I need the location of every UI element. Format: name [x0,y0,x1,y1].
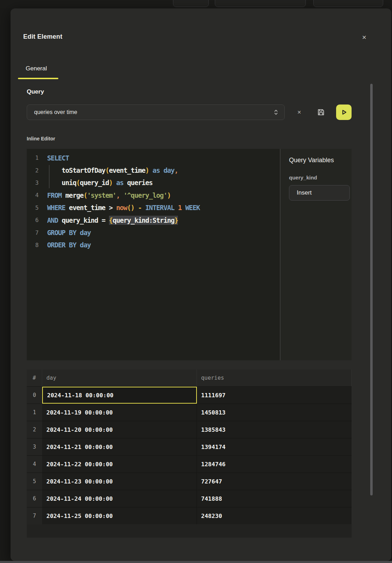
variable-name: query_kind [289,175,352,181]
line-number: 4 [27,192,39,198]
table-row: 22024-11-20 00:00:001385843 [27,421,352,438]
background-toolbar-item [313,0,383,7]
line-number: 3 [27,179,39,186]
code-line[interactable]: 5WHERE event_time > now() - INTERVAL 1 W… [27,202,280,214]
row-index: 3 [27,438,42,455]
cell-day[interactable]: 2024-11-19 00:00:00 [42,404,197,421]
code-text: uniq(query_id) as queries [47,179,153,186]
row-index: 0 [27,387,42,404]
inline-editor-label: Inline Editor [27,136,55,141]
code-line[interactable]: 2 toStartOfDay(event_time) as day, [27,164,280,176]
inline-editor: 1SELECT2 toStartOfDay(event_time) as day… [27,149,352,360]
screen: Edit Element ✕ General Query queries ove… [0,0,392,563]
code-text: GROUP BY day [47,229,91,236]
cell-day[interactable]: 2024-11-25 00:00:00 [42,507,197,524]
line-number: 6 [27,217,39,223]
row-index: 2 [27,421,42,438]
indent-guide [49,165,50,188]
code-text: WHERE event_time > now() - INTERVAL 1 WE… [47,204,200,211]
chevron-up-down-icon [272,109,279,116]
cell-queries[interactable]: 248230 [197,507,352,524]
cell-queries[interactable]: 1385843 [197,421,352,438]
close-button[interactable]: ✕ [359,33,369,43]
column-header-day: day [42,369,197,386]
query-select-value: queries over time [34,109,272,115]
background-toolbar-item [215,0,306,7]
query-select[interactable]: queries over time [27,105,285,120]
cell-queries[interactable]: 1284746 [197,456,352,473]
modal-scrollbar[interactable] [370,84,373,495]
row-index: 1 [27,404,42,421]
cell-queries[interactable]: 1450813 [197,404,352,421]
modal-title: Edit Element [23,33,62,40]
table-row: 42024-11-22 00:00:001284746 [27,455,352,473]
table-row: 62024-11-24 00:00:00741888 [27,490,352,507]
line-number: 2 [27,167,39,174]
background-toolbar [0,0,392,8]
code-line[interactable]: 1SELECT [27,152,280,164]
insert-variable-button[interactable]: Insert [289,185,350,201]
cell-queries[interactable]: 741888 [197,490,352,507]
cell-day[interactable]: 2024-11-22 00:00:00 [42,456,197,473]
cell-queries[interactable]: 1111697 [197,387,352,404]
save-icon [317,108,325,116]
table-row: 02024-11-18 00:00:001111697 [27,386,352,404]
line-number: 5 [27,204,39,211]
query-variables-title: Query Variables [289,157,352,164]
edit-element-modal: Edit Element ✕ General Query queries ove… [11,8,391,561]
query-heading: Query [27,88,44,95]
cell-queries[interactable]: 727647 [197,473,352,490]
table-body: 02024-11-18 00:00:00111169712024-11-19 0… [27,386,352,524]
column-header-queries: queries [197,369,352,386]
row-index: 5 [27,473,42,490]
save-button[interactable] [316,107,326,118]
tab-active-underline [18,78,58,79]
row-index: 7 [27,507,42,524]
code-text: FROM merge('system', '^query_log') [47,191,171,199]
code-line[interactable]: 6AND query_kind = {query_kind:String} [27,214,280,226]
column-header-index: # [27,369,42,386]
cell-day[interactable]: 2024-11-23 00:00:00 [42,473,197,490]
table-footer [27,524,352,538]
table-row: 72024-11-25 00:00:00248230 [27,507,352,524]
results-table: # day queries 02024-11-18 00:00:00111169… [27,369,352,538]
line-number: 8 [27,242,39,248]
table-row: 52024-11-23 00:00:00727647 [27,473,352,490]
code-line[interactable]: 4FROM merge('system', '^query_log') [27,189,280,201]
code-line[interactable]: 7GROUP BY day [27,226,280,239]
bottom-bar [0,561,392,563]
query-variables-panel: Query Variables query_kind Insert [280,149,352,360]
close-icon: ✕ [362,34,366,40]
selected-cell[interactable]: 2024-11-18 00:00:00 [42,387,197,404]
code-text: ORDER BY day [47,241,91,249]
line-number: 1 [27,154,39,161]
code-text: SELECT [47,154,69,162]
run-query-button[interactable] [336,105,352,120]
code-line[interactable]: 8ORDER BY day [27,239,280,251]
code-editor[interactable]: 1SELECT2 toStartOfDay(event_time) as day… [27,149,280,360]
code-line[interactable]: 3 uniq(query_id) as queries [27,177,280,189]
play-icon [340,108,348,116]
cell-day[interactable]: 2024-11-21 00:00:00 [42,438,197,455]
tab-general[interactable]: General [26,65,47,72]
background-toolbar-item [173,0,209,7]
code-text: toStartOfDay(event_time) as day, [47,166,178,174]
row-index: 4 [27,456,42,473]
code-text: AND query_kind = {query_kind:String} [47,216,178,224]
table-row: 12024-11-19 00:00:001450813 [27,404,352,421]
code-lines: 1SELECT2 toStartOfDay(event_time) as day… [27,152,280,251]
clear-icon: ✕ [297,109,301,115]
cell-day[interactable]: 2024-11-24 00:00:00 [42,490,197,507]
table-header: # day queries [27,369,352,386]
clear-query-button[interactable]: ✕ [294,107,304,117]
cell-day[interactable]: 2024-11-20 00:00:00 [42,421,197,438]
line-number: 7 [27,229,39,236]
cell-queries[interactable]: 1394174 [197,438,352,455]
row-index: 6 [27,490,42,507]
table-row: 32024-11-21 00:00:001394174 [27,438,352,455]
